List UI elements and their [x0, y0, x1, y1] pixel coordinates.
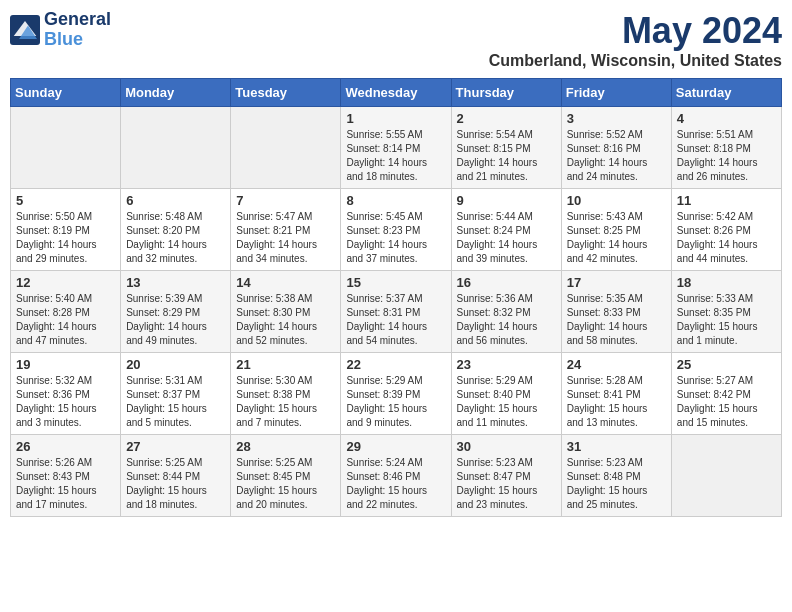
day-info: Sunrise: 5:42 AM Sunset: 8:26 PM Dayligh… — [677, 210, 776, 266]
calendar-cell: 17Sunrise: 5:35 AM Sunset: 8:33 PM Dayli… — [561, 271, 671, 353]
day-info: Sunrise: 5:32 AM Sunset: 8:36 PM Dayligh… — [16, 374, 115, 430]
day-number: 9 — [457, 193, 556, 208]
weekday-header-monday: Monday — [121, 79, 231, 107]
day-number: 6 — [126, 193, 225, 208]
weekday-header-friday: Friday — [561, 79, 671, 107]
calendar-cell: 20Sunrise: 5:31 AM Sunset: 8:37 PM Dayli… — [121, 353, 231, 435]
day-number: 17 — [567, 275, 666, 290]
day-info: Sunrise: 5:26 AM Sunset: 8:43 PM Dayligh… — [16, 456, 115, 512]
calendar-cell: 19Sunrise: 5:32 AM Sunset: 8:36 PM Dayli… — [11, 353, 121, 435]
calendar-cell: 22Sunrise: 5:29 AM Sunset: 8:39 PM Dayli… — [341, 353, 451, 435]
day-number: 8 — [346, 193, 445, 208]
month-title: May 2024 — [489, 10, 782, 52]
day-info: Sunrise: 5:54 AM Sunset: 8:15 PM Dayligh… — [457, 128, 556, 184]
calendar-cell: 30Sunrise: 5:23 AM Sunset: 8:47 PM Dayli… — [451, 435, 561, 517]
day-info: Sunrise: 5:40 AM Sunset: 8:28 PM Dayligh… — [16, 292, 115, 348]
title-block: May 2024 Cumberland, Wisconsin, United S… — [489, 10, 782, 70]
calendar-cell: 13Sunrise: 5:39 AM Sunset: 8:29 PM Dayli… — [121, 271, 231, 353]
calendar-cell: 7Sunrise: 5:47 AM Sunset: 8:21 PM Daylig… — [231, 189, 341, 271]
calendar-cell: 18Sunrise: 5:33 AM Sunset: 8:35 PM Dayli… — [671, 271, 781, 353]
page-header: General Blue May 2024 Cumberland, Wiscon… — [10, 10, 782, 70]
day-info: Sunrise: 5:39 AM Sunset: 8:29 PM Dayligh… — [126, 292, 225, 348]
day-number: 24 — [567, 357, 666, 372]
day-number: 7 — [236, 193, 335, 208]
week-row-5: 26Sunrise: 5:26 AM Sunset: 8:43 PM Dayli… — [11, 435, 782, 517]
calendar-cell: 4Sunrise: 5:51 AM Sunset: 8:18 PM Daylig… — [671, 107, 781, 189]
calendar-cell: 15Sunrise: 5:37 AM Sunset: 8:31 PM Dayli… — [341, 271, 451, 353]
day-number: 16 — [457, 275, 556, 290]
calendar-cell: 8Sunrise: 5:45 AM Sunset: 8:23 PM Daylig… — [341, 189, 451, 271]
day-info: Sunrise: 5:36 AM Sunset: 8:32 PM Dayligh… — [457, 292, 556, 348]
calendar-cell — [121, 107, 231, 189]
day-info: Sunrise: 5:51 AM Sunset: 8:18 PM Dayligh… — [677, 128, 776, 184]
calendar-cell: 28Sunrise: 5:25 AM Sunset: 8:45 PM Dayli… — [231, 435, 341, 517]
calendar-cell: 11Sunrise: 5:42 AM Sunset: 8:26 PM Dayli… — [671, 189, 781, 271]
day-info: Sunrise: 5:44 AM Sunset: 8:24 PM Dayligh… — [457, 210, 556, 266]
day-info: Sunrise: 5:23 AM Sunset: 8:48 PM Dayligh… — [567, 456, 666, 512]
week-row-3: 12Sunrise: 5:40 AM Sunset: 8:28 PM Dayli… — [11, 271, 782, 353]
day-number: 30 — [457, 439, 556, 454]
week-row-4: 19Sunrise: 5:32 AM Sunset: 8:36 PM Dayli… — [11, 353, 782, 435]
day-info: Sunrise: 5:25 AM Sunset: 8:45 PM Dayligh… — [236, 456, 335, 512]
calendar-cell: 21Sunrise: 5:30 AM Sunset: 8:38 PM Dayli… — [231, 353, 341, 435]
day-info: Sunrise: 5:50 AM Sunset: 8:19 PM Dayligh… — [16, 210, 115, 266]
calendar-cell: 31Sunrise: 5:23 AM Sunset: 8:48 PM Dayli… — [561, 435, 671, 517]
day-info: Sunrise: 5:29 AM Sunset: 8:40 PM Dayligh… — [457, 374, 556, 430]
day-number: 31 — [567, 439, 666, 454]
day-number: 19 — [16, 357, 115, 372]
calendar-cell: 14Sunrise: 5:38 AM Sunset: 8:30 PM Dayli… — [231, 271, 341, 353]
weekday-row: SundayMondayTuesdayWednesdayThursdayFrid… — [11, 79, 782, 107]
day-info: Sunrise: 5:30 AM Sunset: 8:38 PM Dayligh… — [236, 374, 335, 430]
day-number: 14 — [236, 275, 335, 290]
weekday-header-wednesday: Wednesday — [341, 79, 451, 107]
calendar-cell: 29Sunrise: 5:24 AM Sunset: 8:46 PM Dayli… — [341, 435, 451, 517]
day-number: 26 — [16, 439, 115, 454]
calendar-cell: 10Sunrise: 5:43 AM Sunset: 8:25 PM Dayli… — [561, 189, 671, 271]
day-number: 15 — [346, 275, 445, 290]
day-info: Sunrise: 5:55 AM Sunset: 8:14 PM Dayligh… — [346, 128, 445, 184]
day-info: Sunrise: 5:35 AM Sunset: 8:33 PM Dayligh… — [567, 292, 666, 348]
day-info: Sunrise: 5:27 AM Sunset: 8:42 PM Dayligh… — [677, 374, 776, 430]
calendar-cell: 6Sunrise: 5:48 AM Sunset: 8:20 PM Daylig… — [121, 189, 231, 271]
day-number: 1 — [346, 111, 445, 126]
day-number: 23 — [457, 357, 556, 372]
calendar-cell: 24Sunrise: 5:28 AM Sunset: 8:41 PM Dayli… — [561, 353, 671, 435]
day-number: 11 — [677, 193, 776, 208]
weekday-header-tuesday: Tuesday — [231, 79, 341, 107]
weekday-header-saturday: Saturday — [671, 79, 781, 107]
calendar-cell — [11, 107, 121, 189]
calendar-cell: 16Sunrise: 5:36 AM Sunset: 8:32 PM Dayli… — [451, 271, 561, 353]
day-number: 22 — [346, 357, 445, 372]
day-number: 13 — [126, 275, 225, 290]
day-info: Sunrise: 5:37 AM Sunset: 8:31 PM Dayligh… — [346, 292, 445, 348]
day-number: 18 — [677, 275, 776, 290]
day-info: Sunrise: 5:43 AM Sunset: 8:25 PM Dayligh… — [567, 210, 666, 266]
logo-text: General Blue — [44, 10, 111, 50]
calendar-cell: 27Sunrise: 5:25 AM Sunset: 8:44 PM Dayli… — [121, 435, 231, 517]
calendar-cell: 26Sunrise: 5:26 AM Sunset: 8:43 PM Dayli… — [11, 435, 121, 517]
calendar-cell: 9Sunrise: 5:44 AM Sunset: 8:24 PM Daylig… — [451, 189, 561, 271]
calendar-body: 1Sunrise: 5:55 AM Sunset: 8:14 PM Daylig… — [11, 107, 782, 517]
logo: General Blue — [10, 10, 111, 50]
day-info: Sunrise: 5:31 AM Sunset: 8:37 PM Dayligh… — [126, 374, 225, 430]
day-number: 25 — [677, 357, 776, 372]
calendar-cell: 1Sunrise: 5:55 AM Sunset: 8:14 PM Daylig… — [341, 107, 451, 189]
calendar-cell: 5Sunrise: 5:50 AM Sunset: 8:19 PM Daylig… — [11, 189, 121, 271]
day-info: Sunrise: 5:48 AM Sunset: 8:20 PM Dayligh… — [126, 210, 225, 266]
day-info: Sunrise: 5:47 AM Sunset: 8:21 PM Dayligh… — [236, 210, 335, 266]
day-info: Sunrise: 5:24 AM Sunset: 8:46 PM Dayligh… — [346, 456, 445, 512]
calendar-header: SundayMondayTuesdayWednesdayThursdayFrid… — [11, 79, 782, 107]
day-info: Sunrise: 5:28 AM Sunset: 8:41 PM Dayligh… — [567, 374, 666, 430]
day-number: 21 — [236, 357, 335, 372]
calendar-cell: 2Sunrise: 5:54 AM Sunset: 8:15 PM Daylig… — [451, 107, 561, 189]
day-number: 3 — [567, 111, 666, 126]
day-info: Sunrise: 5:45 AM Sunset: 8:23 PM Dayligh… — [346, 210, 445, 266]
day-number: 5 — [16, 193, 115, 208]
week-row-1: 1Sunrise: 5:55 AM Sunset: 8:14 PM Daylig… — [11, 107, 782, 189]
day-number: 2 — [457, 111, 556, 126]
weekday-header-sunday: Sunday — [11, 79, 121, 107]
weekday-header-thursday: Thursday — [451, 79, 561, 107]
calendar-cell: 25Sunrise: 5:27 AM Sunset: 8:42 PM Dayli… — [671, 353, 781, 435]
logo-icon — [10, 15, 40, 45]
calendar-cell — [231, 107, 341, 189]
